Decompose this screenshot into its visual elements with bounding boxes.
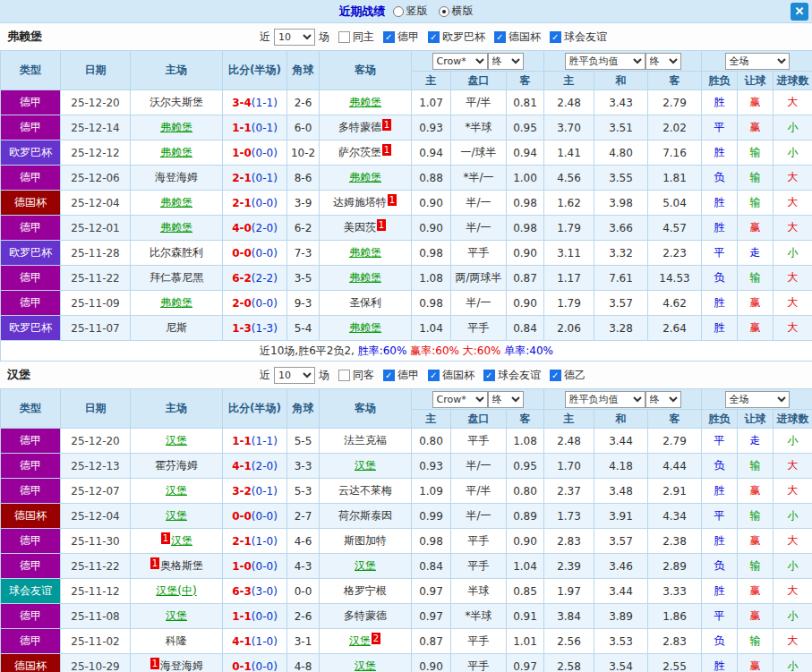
team-name-link[interactable]: 汉堡(中): [156, 584, 196, 597]
odds-time-select[interactable]: 终: [488, 391, 524, 408]
team-title: 弗赖堡: [0, 29, 260, 45]
col-corner: 角球: [287, 51, 320, 90]
filter-checkbox-0[interactable]: 同主: [338, 30, 374, 45]
odds-away: 0.90: [507, 241, 544, 266]
match-date: 25-12-04: [61, 191, 131, 216]
scope-select[interactable]: 全场: [725, 53, 790, 70]
result-handicap: 赢: [738, 291, 774, 316]
filter-checkbox-1[interactable]: 德甲: [383, 30, 419, 45]
league-badge: 德甲: [1, 115, 61, 140]
team-name-link[interactable]: 汉堡: [166, 434, 187, 447]
odds-time-select[interactable]: 终: [488, 53, 524, 70]
team-name-link[interactable]: 汉堡: [166, 609, 187, 622]
avg-time-select[interactable]: 终: [645, 53, 681, 70]
corner-score: 0-0: [287, 579, 320, 604]
bookmaker-select[interactable]: Crow*: [432, 53, 488, 70]
score-cell: 1-1(1-1): [223, 429, 287, 454]
match-count-select[interactable]: 10: [274, 367, 315, 384]
team-name-link[interactable]: 汉堡: [355, 659, 376, 672]
team-name-link[interactable]: 弗赖堡: [160, 121, 192, 133]
close-button[interactable]: ✕: [791, 3, 808, 21]
avg-type-select[interactable]: 胜平负均值: [565, 53, 645, 70]
odds-away: 0.91: [507, 604, 544, 629]
odds-away: 0.95: [507, 454, 544, 479]
result-handicap: 赢: [738, 479, 774, 504]
team-name-link: 荷尔斯泰因: [338, 509, 392, 522]
scope-select[interactable]: 全场: [725, 391, 790, 408]
team-name-link[interactable]: 弗赖堡: [349, 271, 381, 284]
result-wdl: 负: [702, 166, 738, 191]
bookmaker-select[interactable]: Crow*: [432, 391, 488, 408]
odds-select-group: Crow*终: [412, 51, 544, 72]
team-name-link[interactable]: 汉堡: [166, 509, 187, 522]
summary-part: 近10场,胜6平2负2,: [260, 345, 358, 357]
league-badge: 德甲: [1, 166, 61, 191]
odds-home: 0.94: [412, 140, 451, 166]
result-handicap: 输: [738, 266, 774, 291]
league-badge: 德甲: [1, 629, 61, 654]
team-name-link[interactable]: 弗赖堡: [349, 171, 381, 183]
avg-home: 1.17: [544, 266, 594, 291]
checkbox-icon: [483, 370, 495, 381]
filter-checkbox-0[interactable]: 同客: [338, 368, 374, 383]
half-score: (2-0): [252, 222, 278, 234]
home-team-cell: 汉堡: [131, 504, 223, 529]
layout-radio-horizontal[interactable]: 横版: [439, 4, 474, 19]
avg-home: 2.83: [544, 529, 594, 554]
sub-col-result-handicap: 让球: [738, 410, 774, 429]
team-header-row: 汉堡 近 10 场 同客德甲德国杯球会友谊德乙: [0, 362, 812, 388]
odds-handicap: 平/半: [451, 90, 507, 115]
team-name-link[interactable]: 汉堡: [355, 459, 376, 472]
filter-checkbox-3[interactable]: 球会友谊: [483, 368, 541, 383]
team-name-link[interactable]: 弗赖堡: [160, 296, 192, 309]
odds-handicap: *半球: [451, 115, 507, 140]
team-name-link[interactable]: 弗赖堡: [160, 196, 192, 208]
filter-checkbox-3[interactable]: 德国杯: [494, 30, 541, 45]
filter-checkbox-1[interactable]: 德甲: [383, 368, 419, 383]
full-score: 0-1: [232, 660, 252, 672]
avg-time-select[interactable]: 终: [645, 391, 681, 408]
score-cell: 1-3(1-3): [223, 316, 287, 341]
team-name-link[interactable]: 弗赖堡: [349, 246, 381, 259]
team-name-link[interactable]: 汉堡: [171, 534, 192, 547]
sub-col-avg-away: 客: [648, 410, 702, 429]
team-name-link[interactable]: 汉堡: [166, 484, 187, 497]
odds-home: 0.90: [412, 191, 451, 216]
home-team-cell: 科隆: [131, 629, 223, 654]
avg-away: 7.16: [648, 140, 702, 166]
match-count-select[interactable]: 10: [274, 29, 315, 46]
avg-away: 3.33: [648, 579, 702, 604]
odds-home: 0.99: [412, 504, 451, 529]
titlebar: 近期战绩 竖版横版 ✕: [0, 0, 812, 23]
games-label: 场: [319, 368, 329, 383]
odds-away: 0.98: [507, 191, 544, 216]
team-name-link[interactable]: 汉堡: [349, 634, 371, 647]
team-name-link[interactable]: 弗赖堡: [160, 146, 192, 158]
layout-radio-vertical[interactable]: 竖版: [393, 4, 428, 19]
team-name-link[interactable]: 弗赖堡: [349, 321, 381, 334]
filter-checkbox-4[interactable]: 球会友谊: [550, 30, 607, 45]
filter-checkbox-4[interactable]: 德乙: [550, 368, 585, 383]
avg-draw: 3.53: [594, 629, 648, 654]
odds-handicap: 平手: [451, 429, 507, 454]
match-date: 25-11-30: [61, 529, 131, 554]
odds-away: 0.90: [507, 529, 544, 554]
away-team-cell: 达姆施塔特1: [320, 191, 412, 216]
avg-home: 3.84: [544, 604, 594, 629]
checkbox-label: 同主: [353, 30, 374, 45]
result-handicap: 走: [738, 429, 774, 454]
match-row: 德国杯 25-12-04 汉堡 0-0(0-0) 2-7 荷尔斯泰因 0.99 …: [1, 504, 812, 529]
odds-handicap: 半/一: [451, 191, 507, 216]
team-name-link[interactable]: 汉堡: [355, 559, 376, 572]
filter-checkbox-2[interactable]: 欧罗巴杯: [428, 30, 485, 45]
filter-checkbox-2[interactable]: 德国杯: [428, 368, 474, 383]
checkbox-icon: [494, 31, 506, 43]
half-score: (0-0): [252, 610, 278, 623]
result-goals: 大: [774, 191, 812, 216]
result-goals: 小: [774, 241, 812, 266]
avg-type-select[interactable]: 胜平负均值: [565, 391, 645, 408]
col-home: 主场: [131, 389, 223, 429]
score-cell: 0-0(0-0): [223, 241, 287, 266]
team-name-link[interactable]: 弗赖堡: [349, 96, 381, 108]
team-name-link[interactable]: 弗赖堡: [160, 221, 192, 234]
